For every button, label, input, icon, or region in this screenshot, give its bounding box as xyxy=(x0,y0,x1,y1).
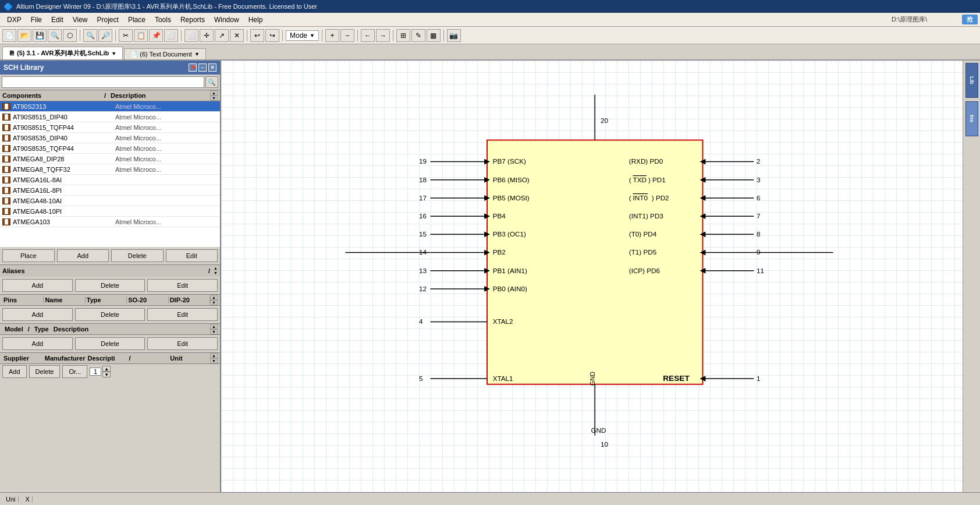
pin-label-14: PB2 xyxy=(493,248,506,256)
pins-header: Pins Name Type SO-20 DIP-20 ▲ ▼ xyxy=(0,294,220,306)
toolbar-minus[interactable]: − xyxy=(340,29,354,42)
supplier-scroll-up[interactable]: ▲ xyxy=(210,353,218,358)
toolbar-grid1[interactable]: ⊞ xyxy=(396,29,410,42)
toolbar-open[interactable]: 📂 xyxy=(17,29,31,42)
supplier-scroll-down[interactable]: ▼ xyxy=(210,358,218,363)
component-row[interactable]: ▐▌ ATMEGA8_TQFF32 Atmel Microco... xyxy=(0,164,220,175)
add-pin-button[interactable]: Add xyxy=(2,308,73,321)
menu-window[interactable]: Window xyxy=(210,15,244,25)
component-row[interactable]: ▐▌ ATMEGA16L-8AI xyxy=(0,175,220,185)
menu-help[interactable]: Help xyxy=(244,15,268,25)
tab-textdoc-dropdown[interactable]: ▼ xyxy=(194,51,200,57)
delete-model-button[interactable]: Delete xyxy=(75,337,145,350)
add-supplier-button[interactable]: Add xyxy=(2,365,27,378)
toolbar-save[interactable]: 💾 xyxy=(33,29,47,42)
component-row[interactable]: ▐▌ ATMEGA48-10AI xyxy=(0,196,220,206)
menu-reports[interactable]: Reports xyxy=(176,15,210,25)
search-button[interactable]: 🔍 xyxy=(205,76,218,88)
toolbar-grid2[interactable]: ▦ xyxy=(427,29,441,42)
menu-view[interactable]: View xyxy=(68,15,93,25)
model-scroll-down[interactable]: ▼ xyxy=(210,329,218,334)
add-model-button[interactable]: Add xyxy=(2,337,73,350)
panel-pin-icon[interactable]: 📌 xyxy=(189,63,197,72)
toolbar-mode-dropdown[interactable]: Mode ▼ xyxy=(286,30,319,41)
edit-model-button[interactable]: Edit xyxy=(147,337,218,350)
tab-schlib-dropdown[interactable]: ▼ xyxy=(111,51,116,56)
component-row[interactable]: ▐▌ AT90S8535_DIP40 Atmel Microco... xyxy=(0,133,220,143)
toolbar-crosshair[interactable]: ✛ xyxy=(200,29,214,42)
supplier-num-up[interactable]: ▲ xyxy=(102,366,111,372)
menu-tools[interactable]: Tools xyxy=(150,15,176,25)
toolbar-diagonal[interactable]: ↗ xyxy=(215,29,229,42)
place-button[interactable]: Place xyxy=(2,249,55,262)
model-scroll-up[interactable]: ▲ xyxy=(210,324,218,329)
toolbar-arrow-right[interactable]: → xyxy=(376,29,390,42)
add-component-button[interactable]: Add xyxy=(57,249,109,262)
search-input[interactable] xyxy=(2,76,204,88)
comp-scroll-down[interactable]: ▼ xyxy=(210,96,218,101)
toolbar-cut[interactable]: ✂ xyxy=(119,29,133,42)
tab-schlib[interactable]: 🖹 (5) 3.1 - AVR系列单片机.SchLib ▼ xyxy=(2,47,123,59)
or-supplier-button[interactable]: Or... xyxy=(62,365,87,378)
altium-badge[interactable]: 抢 xyxy=(962,15,978,24)
tab-schlib-label: (5) 3.1 - AVR系列单片机.SchLib xyxy=(17,49,109,58)
toolbar-zoom-in[interactable]: 🔍 xyxy=(83,29,97,42)
schematic-svg: 20 GND 10 GND 19 PB7 (SCK) 18 PB6 (MISO)… xyxy=(221,61,980,492)
toolbar-new[interactable]: 📄 xyxy=(2,29,16,42)
tab-textdoc[interactable]: 📄 (6) Text Document ▼ xyxy=(124,48,206,59)
pins-scroll-up[interactable]: ▲ xyxy=(210,295,218,300)
component-row[interactable]: ▐▌ AT90S2313 Atmel Microco... xyxy=(0,101,220,112)
toolbar-layers[interactable]: ⬡ xyxy=(63,29,77,42)
component-row[interactable]: ▐▌ ATMEGA16L-8PI xyxy=(0,185,220,196)
toolbar-plus[interactable]: + xyxy=(325,29,339,42)
component-row[interactable]: ▐▌ AT90S8515_TQFP44 Atmel Microco... xyxy=(0,122,220,133)
toolbar-print-preview[interactable]: 🔍 xyxy=(48,29,62,42)
toolbar-copy[interactable]: 📋 xyxy=(134,29,148,42)
toolbar-star[interactable]: ✎ xyxy=(411,29,425,42)
canvas-area: 20 GND 10 GND 19 PB7 (SCK) 18 PB6 (MISO)… xyxy=(221,61,980,492)
menu-dxp[interactable]: DXP xyxy=(2,15,26,25)
edit-component-button[interactable]: Edit xyxy=(166,249,218,262)
toolbar-paste[interactable]: 📌 xyxy=(149,29,163,42)
delete-supplier-button[interactable]: Delete xyxy=(29,365,61,378)
supplier-num-down[interactable]: ▼ xyxy=(102,372,111,377)
app-icon: 🔷 xyxy=(3,2,13,11)
status-uni: Uni xyxy=(3,496,19,503)
component-row[interactable]: ▐▌ ATMEGA48-10PI xyxy=(0,206,220,217)
component-row[interactable]: ▐▌ ATMEGA103 Atmel Microco... xyxy=(0,217,220,227)
right-panel-btn2[interactable]: Ins xyxy=(965,101,978,136)
component-row[interactable]: ▐▌ ATMEGA8_DIP28 Atmel Microco... xyxy=(0,154,220,164)
toolbar-arrow-left[interactable]: ← xyxy=(361,29,375,42)
right-panel-btn1[interactable]: Lib xyxy=(965,63,978,98)
edit-pin-button[interactable]: Edit xyxy=(147,308,218,321)
panel-minimize-icon[interactable]: − xyxy=(198,63,207,72)
edit-alias-button[interactable]: Edit xyxy=(147,279,218,292)
delete-pin-button[interactable]: Delete xyxy=(75,308,145,321)
panel-close-icon[interactable]: ✕ xyxy=(208,63,216,72)
menu-place[interactable]: Place xyxy=(123,15,150,25)
toolbar-camera[interactable]: 📷 xyxy=(447,29,461,42)
menu-project[interactable]: Project xyxy=(93,15,123,25)
aliases-header[interactable]: Aliases / ▲ ▼ xyxy=(0,265,220,277)
comp-name: ATMEGA16L-8PI xyxy=(13,187,115,194)
toolbar-rect-select[interactable]: ⬜ xyxy=(184,29,198,42)
component-row[interactable]: ▐▌ AT90S8515_DIP40 Atmel Microco... xyxy=(0,112,220,122)
toolbar-x-mark[interactable]: ✕ xyxy=(230,29,244,42)
component-row[interactable]: ▐▌ AT90S8535_TQFP44 Atmel Microco... xyxy=(0,143,220,154)
pin-num-13: 13 xyxy=(419,267,427,274)
delete-component-button[interactable]: Delete xyxy=(111,249,164,262)
toolbar-rubber-stamp[interactable]: ⬜ xyxy=(164,29,178,42)
pin-num-r7: 7 xyxy=(757,212,761,220)
comp-scroll-up[interactable]: ▲ xyxy=(210,90,218,96)
comp-desc: Atmel Microco... xyxy=(115,166,218,173)
toolbar-undo[interactable]: ↩ xyxy=(250,29,264,42)
status-bar: Uni X xyxy=(0,492,980,505)
menu-file[interactable]: File xyxy=(26,15,47,25)
pins-scroll-down[interactable]: ▼ xyxy=(210,300,218,305)
menu-edit[interactable]: Edit xyxy=(47,15,68,25)
toolbar-zoom-out[interactable]: 🔎 xyxy=(98,29,112,42)
add-alias-button[interactable]: Add xyxy=(2,279,73,292)
delete-alias-button[interactable]: Delete xyxy=(75,279,145,292)
toolbar-redo[interactable]: ↪ xyxy=(265,29,279,42)
pin-label-r3-txd: TXD xyxy=(633,176,647,183)
